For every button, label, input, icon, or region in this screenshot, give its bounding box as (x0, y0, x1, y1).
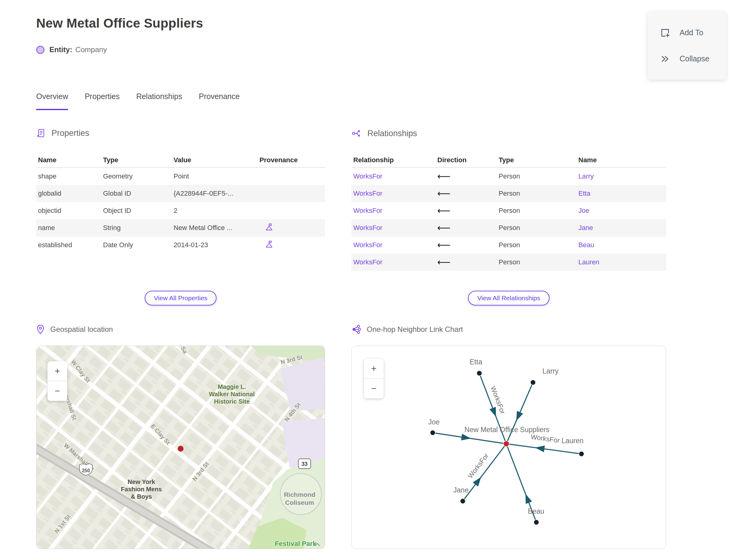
property-type: Object ID (103, 207, 174, 215)
direction-arrow-icon: ⟵ (437, 258, 499, 267)
entity-label: Entity: (49, 45, 72, 54)
direction-arrow-icon: ⟵ (437, 206, 499, 215)
relationship-row: WorksFor ⟵ Person Jane (351, 219, 666, 236)
relationship-row: WorksFor ⟵ Person Larry (351, 168, 666, 185)
relationship-row: WorksFor ⟵ Person Beau (351, 236, 666, 254)
link-chart-node-label: Jane (453, 486, 469, 494)
edge-arrow-icon (473, 477, 481, 486)
map-label-ny-fashion-1: New York (128, 478, 155, 485)
map-zoom-control: + − (48, 361, 67, 401)
properties-icon (36, 128, 46, 138)
tab-relationships[interactable]: Relationships (136, 92, 182, 110)
property-value: New Metal Office ... (174, 224, 259, 232)
link-chart-node[interactable] (579, 451, 584, 457)
link-chart-node-label: Larry (542, 367, 559, 375)
entity-type-value: Company (75, 45, 107, 54)
property-value: Point (174, 172, 259, 180)
collapse-button[interactable]: Collapse (648, 54, 726, 64)
tab-overview[interactable]: Overview (36, 92, 68, 110)
provenance-flag-icon[interactable] (259, 240, 325, 250)
map-label-maggie-2: Walker National (209, 391, 255, 397)
chart-zoom-out-button[interactable]: − (364, 379, 384, 398)
svg-text:250: 250 (82, 468, 90, 473)
direction-arrow-icon: ⟵ (437, 240, 499, 250)
chevrons-right-icon (660, 54, 670, 64)
entity-name-link[interactable]: Jane (578, 224, 666, 232)
direction-arrow-icon: ⟵ (437, 223, 499, 232)
link-chart-section-title: One-hop Neighbor Link Chart (367, 325, 463, 334)
map-pin-icon (36, 324, 45, 334)
link-chart-node-label: Joe (428, 418, 439, 426)
property-name: globalid (38, 190, 103, 198)
link-chart-canvas: WorksForWorksForWorksForEttaLarryJoeLaur… (352, 346, 666, 549)
property-name: shape (38, 172, 103, 180)
geospatial-section-title: Geospatial location (50, 325, 113, 334)
link-chart-center-label: New Metal Office Suppliers (465, 426, 550, 434)
relationship-row: WorksFor ⟵ Person Etta (351, 185, 666, 202)
add-to-button[interactable]: Add To (648, 28, 726, 38)
add-to-icon (660, 28, 670, 38)
link-chart-node[interactable] (460, 499, 466, 504)
relationship-type: Person (499, 207, 578, 215)
link-chart-node[interactable] (534, 520, 539, 525)
relationship-link[interactable]: WorksFor (353, 190, 437, 198)
link-chart[interactable]: WorksForWorksForWorksForEttaLarryJoeLaur… (351, 346, 666, 549)
link-chart-node[interactable] (477, 371, 482, 376)
map-zoom-out-button[interactable]: − (48, 381, 67, 401)
map-entity-marker[interactable] (178, 446, 184, 452)
actions-card: Add To Collapse (648, 12, 726, 80)
edge-arrow-icon (461, 434, 471, 440)
link-chart-node-label: Lauren (562, 437, 584, 445)
relationships-section-title: Relationships (367, 129, 417, 138)
map-label-ny-fashion-2: Fashion Mens (121, 486, 162, 493)
entity-type-icon (36, 46, 44, 54)
properties-section-title: Properties (52, 128, 89, 138)
entity-name-link[interactable]: Lauren (578, 258, 666, 266)
entity-details-page: New Metal Office Suppliers Entity: Compa… (0, 0, 736, 560)
col-type: Type (499, 156, 578, 164)
entity-name-link[interactable]: Larry (578, 172, 666, 180)
direction-arrow-icon: ⟵ (437, 172, 499, 181)
entity-name-link[interactable]: Etta (578, 190, 666, 198)
map-canvas: W Clay St Sa N 3rd St Maggie L. Walker N… (36, 346, 325, 549)
tab-provenance[interactable]: Provenance (199, 92, 240, 110)
property-type: String (103, 224, 174, 232)
provenance-flag-icon[interactable] (259, 223, 325, 233)
link-chart-node[interactable] (430, 430, 435, 435)
property-type: Date Only (103, 241, 174, 249)
relationship-link[interactable]: WorksFor (353, 207, 437, 215)
relationship-row: WorksFor ⟵ Person Joe (351, 202, 666, 219)
edge-arrow-icon (535, 446, 545, 452)
collapse-label: Collapse (680, 54, 709, 63)
tab-properties[interactable]: Properties (85, 92, 120, 110)
map-label-coliseum: Coliseum (285, 499, 314, 506)
property-name: objectid (38, 207, 103, 215)
link-chart-center-node[interactable] (504, 441, 509, 447)
geospatial-map[interactable]: W Clay St Sa N 3rd St Maggie L. Walker N… (36, 346, 325, 549)
tab-bar: Overview Properties Relationships Proven… (36, 92, 240, 110)
chart-zoom-in-button[interactable]: + (364, 359, 384, 378)
col-provenance: Provenance (259, 156, 325, 164)
property-row: name String New Metal Office ... (36, 219, 325, 236)
view-all-relationships-button[interactable]: View All Relationships (468, 291, 549, 305)
relationship-link[interactable]: WorksFor (353, 241, 437, 249)
col-relationship: Relationship (353, 156, 437, 164)
relationships-section-header: Relationships (351, 128, 417, 139)
col-type: Type (103, 156, 174, 164)
route-shield-33: 33 (298, 459, 311, 469)
relationship-link[interactable]: WorksFor (353, 258, 437, 266)
property-value: {A228944F-0EF5-... (174, 190, 259, 198)
map-zoom-in-button[interactable]: + (48, 361, 67, 381)
svg-text:33: 33 (301, 461, 308, 467)
entity-name-link[interactable]: Joe (578, 207, 666, 215)
relationship-link[interactable]: WorksFor (353, 224, 437, 232)
entity-name-link[interactable]: Beau (578, 241, 666, 249)
relationship-link[interactable]: WorksFor (353, 172, 437, 180)
view-all-properties-button[interactable]: View All Properties (145, 291, 217, 305)
link-chart-node[interactable] (531, 380, 536, 385)
add-to-label: Add To (680, 28, 703, 37)
col-name: Name (578, 156, 666, 164)
link-chart-node-label: Etta (470, 358, 482, 366)
link-chart-node-label: Beau (528, 507, 544, 515)
property-row: shape Geometry Point (36, 168, 325, 185)
